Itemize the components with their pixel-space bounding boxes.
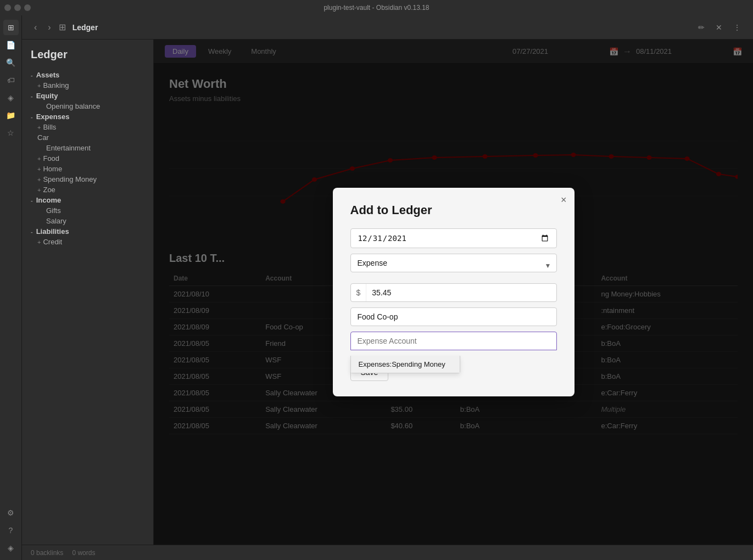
edit-button[interactable]: ✏ bbox=[695, 21, 708, 34]
help-icon[interactable]: ? bbox=[3, 523, 19, 538]
modal-payee-input[interactable] bbox=[350, 307, 557, 326]
sidebar-item-bills[interactable]: + Bills bbox=[22, 122, 153, 132]
sidebar-item-zoe[interactable]: + Zoe bbox=[22, 184, 153, 195]
sidebar-label-income: Income bbox=[36, 196, 62, 204]
sidebar-item-home[interactable]: + Home bbox=[22, 164, 153, 174]
sidebar-label-car: Car bbox=[37, 133, 49, 142]
amount-prefix: $ bbox=[351, 284, 367, 301]
sidebar-item-assets[interactable]: - Assets bbox=[22, 70, 153, 80]
minimize-btn[interactable] bbox=[14, 4, 21, 11]
search-icon[interactable]: 🔍 bbox=[3, 55, 19, 70]
expand-zoe: + bbox=[37, 187, 41, 193]
ledger-icon: ⊞ bbox=[59, 22, 66, 32]
sidebar-item-entertainment[interactable]: Entertainment bbox=[22, 143, 153, 153]
autocomplete-dropdown: Expenses:Spending Money bbox=[350, 356, 460, 373]
type-select-wrapper: Expense Income Transfer ▼ bbox=[350, 254, 557, 278]
file-icon[interactable]: 📄 bbox=[3, 37, 19, 53]
toggle-equity: - bbox=[31, 93, 33, 99]
sidebar-label-entertainment: Entertainment bbox=[46, 144, 91, 152]
starred-icon[interactable]: ☆ bbox=[3, 125, 19, 141]
sidebar-item-spending-money[interactable]: + Spending Money bbox=[22, 174, 153, 184]
modal-overlay[interactable]: × Add to Ledger Expense Income Transfer … bbox=[154, 40, 753, 545]
sidebar-item-banking[interactable]: + Banking bbox=[22, 80, 153, 91]
sidebar-title: Ledger bbox=[22, 48, 153, 70]
back-button[interactable]: ‹ bbox=[31, 21, 40, 33]
sidebar-label-gifts: Gifts bbox=[46, 206, 61, 215]
sidebar-label-home: Home bbox=[43, 165, 62, 173]
main-area: Daily Weekly Monthly 📅 → 📅 Net Worth Ass… bbox=[154, 40, 753, 545]
sidebar-item-salary[interactable]: Salary bbox=[22, 216, 153, 226]
sidebar-label-opening-balance: Opening balance bbox=[46, 102, 100, 110]
sidebar-item-equity[interactable]: - Equity bbox=[22, 91, 153, 101]
sidebar-item-food[interactable]: + Food bbox=[22, 153, 153, 164]
expand-credit: + bbox=[37, 239, 41, 245]
sidebar-label-liabilities: Liabilities bbox=[36, 227, 69, 236]
backlinks-label: 0 backlinks bbox=[31, 549, 63, 557]
icon-rail: ⊞ 📄 🔍 🏷 ◈ 📁 ☆ ⚙ ? ◈ bbox=[0, 15, 22, 560]
page-title: Ledger bbox=[72, 23, 98, 32]
sidebar-label-expenses: Expenses bbox=[36, 113, 70, 121]
autocomplete-item-spending-money[interactable]: Expenses:Spending Money bbox=[351, 356, 460, 373]
sidebar-item-expenses[interactable]: - Expenses bbox=[22, 111, 153, 122]
modal-amount-input[interactable] bbox=[366, 284, 556, 301]
modal-expense-account-input[interactable] bbox=[350, 332, 557, 350]
expand-home: + bbox=[37, 166, 41, 172]
toggle-liabilities: - bbox=[31, 228, 33, 235]
sidebar-item-income[interactable]: - Income bbox=[22, 195, 153, 205]
modal-amount-row: $ bbox=[350, 283, 557, 302]
sidebar-item-liabilities[interactable]: - Liabilities bbox=[22, 226, 153, 237]
title-bar: plugin-test-vault - Obsidian v0.13.18 bbox=[0, 0, 753, 15]
sidebar-item-car[interactable]: Car bbox=[22, 132, 153, 143]
expand-bills: + bbox=[37, 124, 41, 131]
community-icon[interactable]: ◈ bbox=[3, 540, 19, 556]
toggle-expenses: - bbox=[31, 114, 33, 120]
close-tab-button[interactable]: ✕ bbox=[712, 21, 726, 34]
maximize-btn[interactable] bbox=[24, 4, 31, 11]
sidebar-item-gifts[interactable]: Gifts bbox=[22, 205, 153, 216]
close-btn[interactable] bbox=[4, 4, 11, 11]
forward-button[interactable]: › bbox=[44, 21, 54, 33]
add-to-ledger-modal: × Add to Ledger Expense Income Transfer … bbox=[333, 188, 574, 396]
folder-icon[interactable]: 📁 bbox=[3, 108, 19, 123]
sidebar-label-banking: Banking bbox=[43, 81, 69, 89]
words-label: 0 words bbox=[72, 549, 95, 557]
modal-date-input[interactable] bbox=[350, 228, 557, 248]
backlinks-bar: 0 backlinks 0 words bbox=[22, 545, 753, 560]
modal-title: Add to Ledger bbox=[350, 203, 557, 217]
sidebar-label-spending-money: Spending Money bbox=[43, 175, 97, 183]
header-bar: ‹ › ⊞ Ledger ✏ ✕ ⋮ bbox=[22, 15, 753, 40]
settings-icon[interactable]: ⚙ bbox=[3, 505, 19, 520]
expense-account-wrapper: Expenses:Spending Money bbox=[350, 332, 557, 356]
sidebar: Ledger - Assets + Banking - Equity Openi… bbox=[22, 40, 154, 545]
modal-close-button[interactable]: × bbox=[561, 194, 567, 206]
modal-type-select[interactable]: Expense Income Transfer bbox=[350, 254, 557, 272]
toggle-assets: - bbox=[31, 72, 33, 79]
sidebar-item-credit[interactable]: + Credit bbox=[22, 237, 153, 247]
graph-icon[interactable]: ◈ bbox=[3, 90, 19, 105]
sidebar-label-bills: Bills bbox=[43, 123, 56, 131]
expand-food: + bbox=[37, 155, 41, 162]
toggle-income: - bbox=[31, 197, 33, 204]
sidebar-label-food: Food bbox=[43, 154, 59, 163]
more-options-button[interactable]: ⋮ bbox=[730, 21, 744, 34]
tag-icon[interactable]: 🏷 bbox=[3, 72, 19, 88]
sidebar-label-salary: Salary bbox=[46, 217, 66, 225]
sidebar-label-assets: Assets bbox=[36, 71, 60, 79]
window-title: plugin-test-vault - Obsidian v0.13.18 bbox=[323, 4, 429, 12]
sidebar-label-equity: Equity bbox=[36, 92, 58, 100]
window-controls bbox=[4, 4, 31, 11]
expand-banking: + bbox=[37, 82, 41, 89]
expand-spending-money: + bbox=[37, 176, 41, 183]
table-icon[interactable]: ⊞ bbox=[3, 20, 19, 35]
sidebar-label-zoe: Zoe bbox=[43, 186, 55, 194]
sidebar-label-credit: Credit bbox=[43, 238, 62, 246]
sidebar-item-opening-balance[interactable]: Opening balance bbox=[22, 101, 153, 111]
